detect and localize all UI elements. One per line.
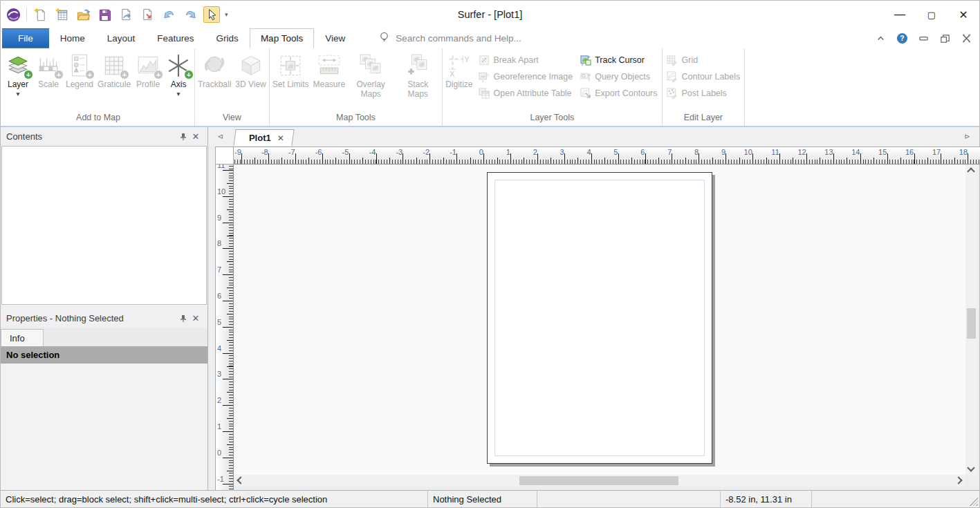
page-outline[interactable] [487, 172, 712, 464]
ruler-major-tick [241, 153, 242, 164]
ruler-major-tick [779, 153, 780, 164]
contents-tree[interactable] [1, 146, 207, 305]
scroll-down-icon[interactable] [967, 464, 974, 471]
minimize-doc-button[interactable] [917, 32, 930, 45]
scroll-left-icon[interactable] [237, 476, 244, 484]
ruler-half-tick [227, 288, 233, 288]
close-icon[interactable]: ✕ [189, 131, 202, 143]
help-button[interactable]: ? [896, 32, 908, 45]
horizontal-scroll-thumb[interactable] [519, 476, 678, 485]
redo-button[interactable] [182, 6, 198, 23]
tab-info[interactable]: Info [1, 329, 44, 346]
ruler-number: 9 [721, 148, 725, 156]
ruler-half-tick [847, 158, 847, 164]
ruler-half-tick [416, 158, 417, 164]
maximize-button[interactable]: ▢ [916, 2, 947, 27]
ruler-number: 6 [217, 292, 221, 300]
break-apart-icon [479, 55, 490, 66]
ruler-half-tick [900, 158, 901, 164]
vertical-scroll-thumb[interactable] [967, 308, 976, 339]
plot-canvas[interactable] [234, 164, 965, 475]
ruler-major-tick [645, 153, 646, 164]
window-controls: —▢✕ [884, 2, 979, 27]
resize-grip[interactable] [970, 498, 978, 506]
tab-file[interactable]: File [2, 28, 49, 48]
ribbon-window-icons: ? [874, 28, 979, 48]
ribbon-button-label: Legend [66, 80, 93, 90]
ruler-half-tick [308, 158, 309, 164]
ruler-major-tick [376, 153, 377, 164]
stack-maps-icon [405, 53, 430, 78]
measure-icon [317, 53, 342, 78]
ribbon-button-track-cursor[interactable]: xyTrack Cursor [580, 54, 657, 66]
close-doc-button[interactable] [960, 32, 972, 45]
pin-icon[interactable] [177, 312, 189, 325]
save-icon [98, 8, 112, 22]
export-button[interactable] [118, 6, 134, 23]
ruler-major-tick [483, 153, 484, 164]
ribbon-group-add-to-map: +Layer▼+Scale+Legend+Graticule+Profile+A… [2, 48, 195, 126]
restore-doc-button[interactable] [939, 32, 951, 45]
ruler-major-tick [223, 274, 233, 275]
ruler-half-tick [227, 444, 233, 445]
status-coordinates: -8.52 in, 11.31 in [720, 491, 811, 507]
new-worksheet-button[interactable] [53, 6, 70, 23]
ruler-number: 18 [959, 148, 968, 156]
ruler-major-tick [618, 153, 619, 164]
import-button[interactable] [139, 6, 156, 23]
open-button[interactable] [75, 6, 91, 23]
ribbon-button-measure: Measure [311, 49, 347, 90]
ribbon-button-scale: +Scale [33, 49, 64, 90]
ribbon-group-label: Layer Tools [443, 111, 660, 126]
close-tab-icon[interactable]: ✕ [277, 133, 284, 143]
document-tab-plot1[interactable]: Plot1 ✕ [233, 129, 294, 146]
select-tool-button[interactable] [203, 6, 220, 23]
ruler-half-tick [362, 158, 363, 164]
tab-layout[interactable]: Layout [96, 28, 147, 48]
tab-map-tools[interactable]: Map Tools [250, 28, 314, 48]
ruler-major-tick [223, 223, 233, 223]
qat-customize-icon[interactable]: ▾ [225, 11, 228, 18]
ruler-major-tick [268, 153, 269, 164]
ribbon-button-label: 3D View [235, 80, 266, 90]
ribbon-button-label: Graticule [98, 80, 131, 90]
scroll-right-icon[interactable] [954, 476, 962, 484]
vertical-scrollbar[interactable] [965, 164, 977, 475]
ribbon-group-layer-tools: YXDigitizeBreak ApartYxGeoreference Imag… [443, 48, 662, 126]
tab-view[interactable]: View [314, 28, 356, 48]
ruler-major-tick [429, 153, 430, 164]
ruler-half-tick [227, 471, 233, 471]
horizontal-scrollbar[interactable] [234, 475, 965, 487]
tab-scroll-right-icon[interactable]: ▹ [965, 131, 970, 141]
ruler-half-tick [255, 158, 255, 164]
scroll-up-icon[interactable] [967, 167, 974, 175]
app-logo-button[interactable] [5, 6, 21, 23]
tab-features[interactable]: Features [146, 28, 205, 48]
pin-icon[interactable] [177, 131, 189, 143]
ribbon-button-label: Track Cursor [595, 55, 645, 65]
search-input[interactable] [396, 33, 555, 44]
properties-panel-header: Properties - Nothing Selected ✕ [1, 309, 207, 328]
ruler-number: 3 [217, 370, 221, 378]
ribbon-button-layer[interactable]: +Layer▼ [3, 49, 33, 97]
save-button[interactable] [96, 6, 113, 23]
tab-home[interactable]: Home [49, 28, 96, 48]
tab-scroll-left-icon[interactable]: ◃ [218, 131, 223, 141]
undo-button[interactable] [160, 6, 177, 23]
ribbon-button-set-limits: Set Limits [270, 49, 311, 90]
tab-grids[interactable]: Grids [205, 28, 250, 48]
ruler-number: -4 [369, 148, 376, 156]
new-plot-button[interactable] [32, 6, 48, 23]
add-badge-icon: + [24, 70, 33, 79]
ribbon-button-axis[interactable]: +Axis▼ [163, 49, 194, 97]
ruler-major-tick [223, 353, 233, 354]
collapse-ribbon-button[interactable] [874, 32, 887, 45]
ruler-number: 12 [797, 148, 806, 156]
search-box[interactable] [370, 28, 555, 48]
status-bar: Click=select; drag=block select; shift+c… [1, 490, 979, 507]
ruler-number: 2 [533, 148, 537, 156]
close-icon[interactable]: ✕ [189, 312, 202, 325]
close-button[interactable]: ✕ [947, 2, 979, 27]
ruler-number: -1 [217, 475, 224, 483]
minimize-button[interactable]: — [884, 2, 916, 27]
